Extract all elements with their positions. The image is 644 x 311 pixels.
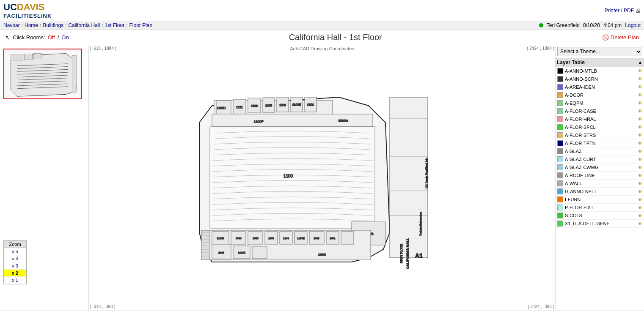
layer-visibility-toggle[interactable]: 👁 (638, 76, 642, 82)
layer-row[interactable]: A-FLOR-STRS👁 (556, 131, 644, 139)
layer-name-label: A-FLOR-SPCL (565, 125, 636, 130)
sort-icon[interactable]: ▲ (638, 60, 643, 65)
layer-row[interactable]: X1_0_A-DETL-GENF👁 (556, 220, 644, 228)
logo-uc-text: UC (3, 2, 17, 12)
logo-uc-davis: UCDAVIS (3, 2, 52, 13)
layer-row[interactable]: A-ANNO-MTLB👁 (556, 67, 644, 75)
layer-row[interactable]: A-GLAZ-CURT👁 (556, 156, 644, 164)
layer-name-label: X1_0_A-DETL-GENF (565, 221, 636, 226)
layer-color-swatch (557, 84, 563, 90)
minimap-container (0, 45, 88, 103)
layer-row[interactable]: A-FLOR-TPTN👁 (556, 139, 644, 147)
layer-name-label: A-GLAZ (565, 149, 636, 154)
layer-visibility-toggle[interactable]: 👁 (638, 197, 642, 202)
layer-color-swatch (557, 148, 563, 154)
map-area[interactable]: ( -618 , 1884 ) ( 2424 , 1884 ) AutoCAD … (89, 45, 555, 310)
layer-row[interactable]: S-COLS👁 (556, 212, 644, 220)
svg-text:1100: 1100 (283, 174, 293, 178)
svg-rect-72 (252, 247, 267, 259)
layer-visibility-toggle[interactable]: 👁 (638, 133, 642, 138)
layer-visibility-toggle[interactable]: 👁 (638, 101, 642, 106)
layer-name-label: A-DOOR (565, 93, 636, 98)
svg-text:Technical Information: Technical Information (419, 212, 422, 236)
layer-visibility-toggle[interactable]: 👁 (638, 149, 642, 154)
zoom-x3[interactable]: x 3 (4, 262, 26, 270)
nav-floor-plan[interactable]: Floor Plan (129, 22, 153, 28)
user-status-dot (539, 23, 543, 27)
layer-row[interactable]: A-AREA-IDEN👁 (556, 83, 644, 91)
header-right: Printer / PDF 🖨 (605, 8, 641, 14)
click-rooms-on-link[interactable]: On (61, 34, 69, 41)
layer-list: A-ANNO-MTLB👁A-ANNO-SCRN👁A-AREA-IDEN👁A-DO… (556, 67, 644, 310)
layer-visibility-toggle[interactable]: 👁 (638, 189, 642, 194)
nav-california-hall[interactable]: California Hall (68, 22, 100, 28)
svg-text:0000: 0000 (236, 237, 242, 240)
svg-rect-58 (341, 232, 354, 244)
layer-row[interactable]: A-FLOR-HRAL👁 (556, 115, 644, 123)
click-rooms-control: ↖ Click Rooms: Off / On (5, 34, 69, 41)
layer-color-swatch (557, 213, 563, 218)
logout-link[interactable]: Logout (625, 22, 641, 28)
floor-plan-svg: UC Davis FacilitiesLink Technical Inform… (191, 72, 453, 283)
layer-visibility-toggle[interactable]: 👁 (638, 85, 642, 90)
nav-buildings[interactable]: Buildings (43, 22, 63, 28)
theme-select[interactable]: Select a Theme... (557, 47, 642, 56)
layer-visibility-toggle[interactable]: 👁 (638, 205, 642, 210)
svg-text:1000: 1000 (318, 253, 326, 256)
layer-name-label: P-FLOR-FIXT (565, 205, 636, 210)
logo: UCDAVIS FACILITIESLINK (3, 2, 52, 19)
layer-row[interactable]: A-EQPM👁 (556, 99, 644, 107)
delete-plan-button[interactable]: 🚫 Delete Plan (602, 34, 639, 41)
layer-row[interactable]: I-FURN👁 (556, 196, 644, 204)
layer-visibility-toggle[interactable]: 👁 (638, 181, 642, 186)
layer-row[interactable]: G-ANNO-NPLT👁 (556, 188, 644, 196)
layer-row[interactable]: A-ROOF-LINE👁 (556, 172, 644, 180)
layer-row[interactable]: P-FLOR-FIXT👁 (556, 204, 644, 212)
zoom-x4[interactable]: x 4 (4, 255, 26, 262)
zoom-x5[interactable]: x 5 (4, 248, 26, 255)
minimap[interactable] (3, 49, 82, 99)
svg-text:1100D: 1100D (217, 106, 226, 109)
layer-visibility-toggle[interactable]: 👁 (638, 125, 642, 130)
zoom-x1[interactable]: x 1 (4, 277, 26, 284)
layer-row[interactable]: A-GLAZ-CWMG👁 (556, 164, 644, 172)
layer-color-swatch (557, 108, 563, 114)
floor-plan-drawing[interactable]: UC Davis FacilitiesLink Technical Inform… (97, 49, 547, 306)
layer-visibility-toggle[interactable]: 👁 (638, 93, 642, 98)
layer-row[interactable]: A-DOOR👁 (556, 91, 644, 99)
click-rooms-off-link[interactable]: Off (48, 34, 55, 41)
layer-row[interactable]: A-GLAZ👁 (556, 147, 644, 156)
nav-home[interactable]: Home (25, 22, 38, 28)
layer-visibility-toggle[interactable]: 👁 (638, 165, 642, 170)
layer-visibility-toggle[interactable]: 👁 (638, 141, 642, 146)
svg-text:1100E: 1100E (292, 103, 301, 106)
layer-row[interactable]: A-FLOR-CASE👁 (556, 107, 644, 115)
svg-text:1006: 1006 (268, 237, 274, 240)
nav-1st-floor[interactable]: 1st Floor (105, 22, 124, 28)
svg-text:FIRST FLOOR: FIRST FLOOR (400, 244, 403, 263)
coord-bottom-right: ( 2424 , -398 ) (528, 304, 554, 309)
layer-visibility-toggle[interactable]: 👁 (638, 173, 642, 178)
printer-pdf-link[interactable]: Printer / PDF (605, 8, 634, 14)
layer-visibility-toggle[interactable]: 👁 (638, 221, 642, 226)
zoom-x2[interactable]: x 2 (4, 270, 26, 277)
svg-text:1211: 1211 (236, 106, 243, 109)
layer-name-label: G-ANNO-NPLT (565, 189, 636, 194)
theme-select-container: Select a Theme... (556, 45, 644, 58)
layer-visibility-toggle[interactable]: 👁 (638, 68, 642, 74)
zoom-panel: Zoom x 5 x 4 x 3 x 2 x 1 (3, 240, 27, 284)
layer-row[interactable]: A-ANNO-SCRN👁 (556, 75, 644, 83)
svg-rect-11 (11, 55, 23, 61)
layer-visibility-toggle[interactable]: 👁 (638, 109, 642, 114)
layer-name-label: A-FLOR-HRAL (565, 117, 636, 122)
layer-row[interactable]: A-WALL👁 (556, 180, 644, 188)
layer-name-label: A-GLAZ-CWMG (565, 165, 636, 170)
layer-visibility-toggle[interactable]: 👁 (638, 213, 642, 218)
layer-visibility-toggle[interactable]: 👁 (638, 117, 642, 122)
logo-davis-text: DAVIS (17, 2, 45, 12)
layer-row[interactable]: A-FLOR-SPCL👁 (556, 123, 644, 131)
zoom-label: Zoom (4, 241, 26, 248)
layer-table-title: Layer Table (557, 60, 585, 65)
layer-visibility-toggle[interactable]: 👁 (638, 157, 642, 162)
layer-name-label: A-AREA-IDEN (565, 85, 636, 90)
